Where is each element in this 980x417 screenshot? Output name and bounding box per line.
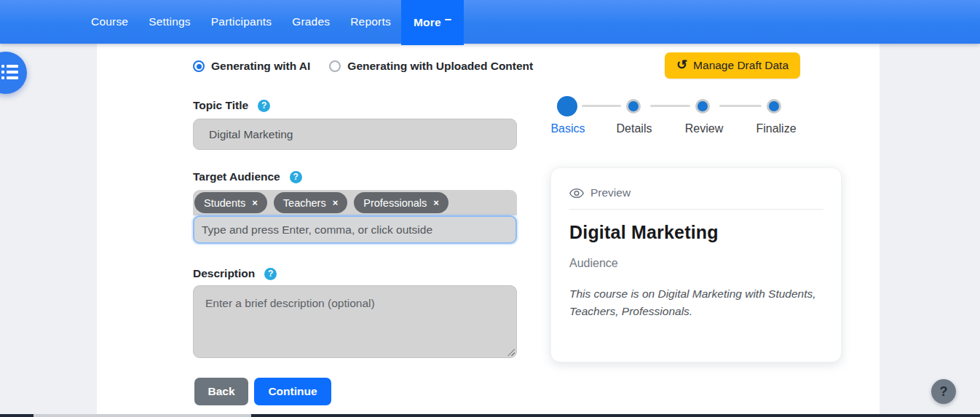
chevron-down-icon xyxy=(445,19,451,21)
tag-list: Students × Teachers × Professionals × xyxy=(193,190,517,215)
continue-button[interactable]: Continue xyxy=(254,378,331,405)
scrollbar-thumb[interactable] xyxy=(0,414,33,417)
manage-draft-data-button[interactable]: ↺ Manage Draft Data xyxy=(665,52,800,79)
target-audience-input[interactable] xyxy=(193,215,517,244)
topic-title-label-row: Topic Title ? xyxy=(193,99,270,112)
nav-tab-more[interactable]: More xyxy=(401,0,464,45)
scrollbar-thumb[interactable] xyxy=(251,414,980,417)
nav-tab-grades[interactable]: Grades xyxy=(282,0,340,44)
manage-draft-data-label: Manage Draft Data xyxy=(693,59,789,72)
step-connector xyxy=(719,105,762,107)
nav-tab-reports[interactable]: Reports xyxy=(340,0,401,44)
description-label-row: Description ? xyxy=(193,267,277,280)
nav-tab-course[interactable]: Course xyxy=(81,0,138,44)
radio-ai-label: Generating with AI xyxy=(211,60,310,73)
description-label: Description xyxy=(193,267,255,280)
tag-teachers[interactable]: Teachers × xyxy=(274,192,347,213)
tag-students-label: Students xyxy=(204,197,245,209)
tag-professionals-remove-icon[interactable]: × xyxy=(433,198,439,207)
preview-audience-label: Audience xyxy=(569,257,823,270)
preview-header-label: Preview xyxy=(590,186,631,199)
step-circle-details[interactable] xyxy=(626,99,641,114)
step-label-basics[interactable]: Basics xyxy=(549,122,587,135)
step-label-review[interactable]: Review xyxy=(684,122,724,135)
horizontal-scrollbar[interactable] xyxy=(0,414,980,417)
step-label-finalize[interactable]: Finalize xyxy=(753,122,799,135)
description-textarea[interactable] xyxy=(193,285,517,358)
step-circle-review[interactable] xyxy=(695,99,710,114)
step-label-details[interactable]: Details xyxy=(615,122,653,135)
target-audience-label: Target Audience xyxy=(193,170,280,183)
preview-divider xyxy=(569,209,823,210)
radio-generating-with-uploaded-content[interactable]: Generating with Uploaded Content xyxy=(329,60,533,73)
list-icon xyxy=(1,65,18,79)
tag-students-remove-icon[interactable]: × xyxy=(252,198,258,207)
step-connector xyxy=(650,105,690,107)
step-circle-basics[interactable] xyxy=(557,96,577,116)
generation-mode-group: Generating with AI Generating with Uploa… xyxy=(193,60,533,73)
nav-tab-settings[interactable]: Settings xyxy=(138,0,201,44)
tag-professionals[interactable]: Professionals × xyxy=(354,192,448,213)
tag-students[interactable]: Students × xyxy=(194,192,267,213)
radio-selected-icon xyxy=(193,60,205,72)
preview-card: Preview Digital Marketing Audience This … xyxy=(550,167,842,362)
preview-course-title: Digital Marketing xyxy=(569,222,823,243)
target-audience-label-row: Target Audience ? xyxy=(193,170,302,183)
help-button[interactable]: ? xyxy=(931,379,956,404)
step-connector xyxy=(582,105,621,107)
course-index-toggle-button[interactable] xyxy=(0,52,27,94)
topic-title-help-icon[interactable]: ? xyxy=(258,100,270,112)
topic-title-input[interactable] xyxy=(193,119,517,150)
history-icon: ↺ xyxy=(676,58,687,71)
tag-teachers-remove-icon[interactable]: × xyxy=(333,198,339,207)
preview-summary-text: This course is on Digital Marketing with… xyxy=(569,285,826,320)
preview-header: Preview xyxy=(569,186,823,199)
radio-generating-with-ai[interactable]: Generating with AI xyxy=(193,60,310,73)
topic-title-label: Topic Title xyxy=(193,99,248,112)
nav-tab-more-label: More xyxy=(414,16,441,29)
target-audience-field: Students × Teachers × Professionals × xyxy=(193,190,517,244)
step-circle-finalize[interactable] xyxy=(767,99,781,114)
target-audience-help-icon[interactable]: ? xyxy=(290,171,302,183)
course-navbar: Course Settings Participants Grades Repo… xyxy=(0,0,980,44)
description-help-icon[interactable]: ? xyxy=(264,268,277,280)
radio-upload-label: Generating with Uploaded Content xyxy=(347,60,533,73)
tag-professionals-label: Professionals xyxy=(363,197,427,209)
eye-icon xyxy=(569,188,584,199)
tag-teachers-label: Teachers xyxy=(283,197,326,209)
nav-tab-participants[interactable]: Participants xyxy=(201,0,282,44)
radio-unselected-icon xyxy=(329,60,341,72)
nav-items: Course Settings Participants Grades Repo… xyxy=(81,0,464,44)
question-mark-icon: ? xyxy=(940,384,948,400)
back-button[interactable]: Back xyxy=(194,378,248,405)
